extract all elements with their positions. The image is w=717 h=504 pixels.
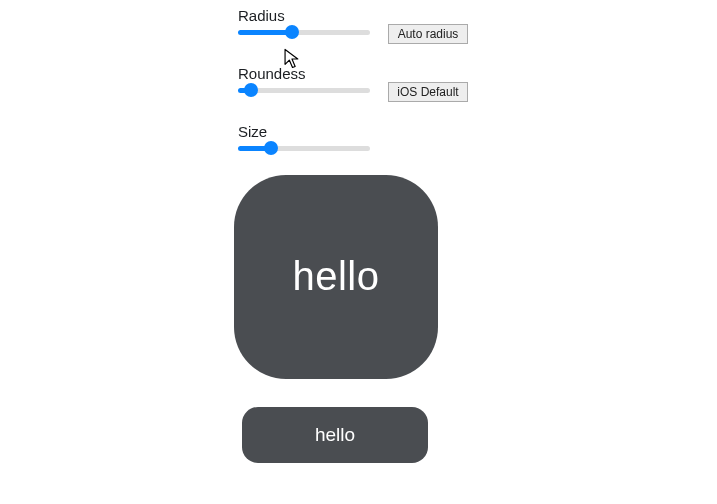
size-label: Size: [238, 122, 378, 142]
roundness-control: Roundess iOS Default: [238, 64, 717, 102]
squircle-text: hello: [292, 254, 379, 299]
button-text: hello: [315, 424, 355, 446]
squircle-shape: hello: [234, 175, 438, 379]
squircle-preview: hello: [234, 175, 717, 379]
roundness-label: Roundess: [238, 64, 378, 84]
roundness-slider[interactable]: [238, 88, 370, 93]
size-control: Size: [238, 122, 717, 151]
size-slider[interactable]: [238, 146, 370, 151]
button-shape: hello: [242, 407, 428, 463]
ios-default-button[interactable]: iOS Default: [388, 82, 468, 102]
radius-label: Radius: [238, 6, 378, 26]
radius-control: Radius Auto radius: [238, 6, 717, 44]
button-preview: hello: [242, 407, 717, 463]
radius-slider[interactable]: [238, 30, 370, 35]
auto-radius-button[interactable]: Auto radius: [388, 24, 468, 44]
